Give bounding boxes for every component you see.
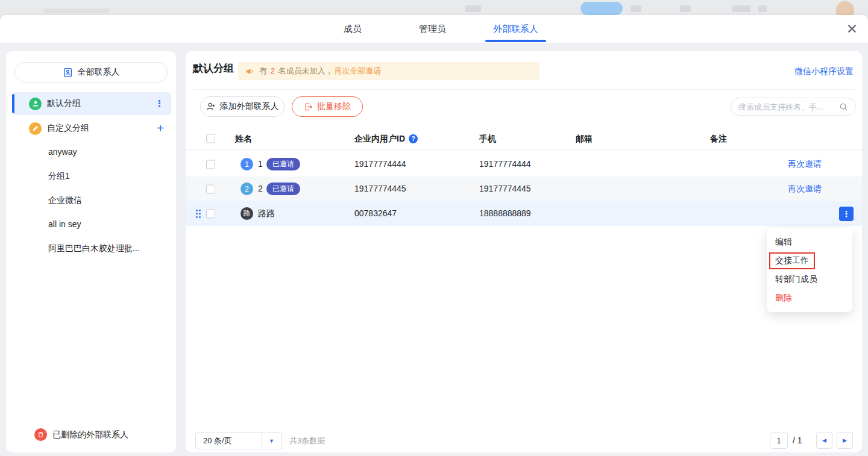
all-contacts-button[interactable]: 全部联系人 [14,62,168,83]
phone: 18888888889 [479,201,531,226]
page-title: 默认分组 [193,61,234,75]
reinvite-link[interactable]: 再次邀请 [788,176,822,201]
table-header: 姓名 企业内用户ID? 手机 邮箱 备注 [186,127,862,150]
deleted-contacts-label: 已删除的外部联系人 [52,429,128,440]
prev-arrow-icon: ◀ [822,437,826,443]
all-contacts-label: 全部联系人 [78,67,120,78]
background-ghost-text [43,8,110,13]
menu-item-handover[interactable]: 交接工作 [767,251,852,270]
column-header-name: 姓名 [235,127,252,150]
tab-external-contacts[interactable]: 外部联系人 [493,15,538,43]
table-row-selected: 路 路路 007832647 18888888889 ⋮ [186,201,862,226]
sidebar-subgroup-alibaba[interactable]: 阿里巴巴白木胶处理批... [48,242,140,254]
more-vertical-icon[interactable]: ⋮ [155,98,164,109]
avatar: 1 [241,158,253,170]
sidebar-subgroup-anyway[interactable]: anyway [48,146,77,158]
reinvite-link[interactable]: 再次邀请 [788,152,822,176]
contact-name: 路路 [258,201,275,226]
column-header-userid: 企业内用户ID? [354,127,418,150]
highlight-box: 交接工作 [769,252,815,269]
user-id: 007832647 [354,201,397,226]
selected-indicator [12,94,14,113]
total-count-label: 共3条数据 [289,432,325,449]
pencil-icon [29,122,42,135]
row-checkbox[interactable] [206,160,215,169]
person-add-icon [206,102,216,111]
search-input[interactable] [738,102,835,111]
background-ghost-icon [732,5,750,12]
help-icon[interactable]: ? [409,134,418,143]
user-id: 19177774445 [354,176,406,201]
search-icon[interactable] [839,102,848,111]
sidebar: 全部联系人 默认分组 ⋮ 自定义分组 + an [6,51,176,452]
next-page-button[interactable]: ▶ [837,432,853,449]
total-pages-label: / 1 [793,432,802,449]
sidebar-item-deleted-contacts[interactable]: 已删除的外部联系人 [34,428,128,441]
phone: 19177774445 [479,176,531,201]
contact-name: 2 [258,176,263,201]
page-number-input[interactable] [770,433,788,449]
modal-dialog: 成员 管理员 外部联系人 ✕ 全部联系人 默认分组 [0,15,868,456]
background-ghost-icon [631,5,641,12]
sidebar-item-default-group[interactable]: 默认分组 ⋮ [12,92,171,115]
add-group-icon[interactable]: + [157,122,164,134]
prev-page-button[interactable]: ◀ [816,432,832,449]
sidebar-subgroup-group1[interactable]: 分组1 [48,170,70,182]
menu-item-edit[interactable]: 编辑 [767,233,852,251]
main-panel: 默认分组 有 2 名成员未加入，再次全部邀请 微信小程序设置 添加外部联系人 [186,51,862,452]
select-all-checkbox[interactable] [206,134,215,143]
next-arrow-icon: ▶ [843,437,847,443]
banner-text: 有 2 名成员未加入，再次全部邀请 [259,66,381,77]
sidebar-item-label: 自定义分组 [47,123,89,134]
tab-members[interactable]: 成员 [344,15,362,43]
trash-icon [34,428,47,441]
sidebar-subgroup-allinsey[interactable]: all in sey [48,218,81,230]
background-user-avatar [836,1,854,15]
tab-admins[interactable]: 管理员 [419,15,446,43]
table-row: 1 1 已邀请 19177774444 19177774444 再次邀请 [186,152,862,176]
contact-name: 1 [258,152,263,176]
background-ghost-icon [465,5,481,12]
column-header-remark: 备注 [710,127,727,150]
drag-handle-icon[interactable] [195,209,201,219]
remove-export-icon [304,102,313,111]
caret-down-icon: ▼ [261,433,281,449]
menu-item-delete[interactable]: 删除 [767,289,852,307]
search-box [731,98,856,116]
column-header-phone: 手机 [479,127,496,150]
page-size-select[interactable]: 20 条/页 ▼ [195,432,282,449]
row-checkbox[interactable] [206,184,215,193]
reinvite-all-link[interactable]: 再次全部邀请 [334,66,381,75]
row-checkbox[interactable] [206,209,215,218]
background-ghost-icon [758,5,767,12]
column-header-email: 邮箱 [576,127,593,150]
group-person-icon [29,98,42,110]
speaker-icon [245,67,254,76]
tab-bar: 成员 管理员 外部联系人 ✕ [0,15,868,43]
menu-item-transfer-member[interactable]: 转部门成员 [767,270,852,289]
notice-banner: 有 2 名成员未加入，再次全部邀请 [238,62,539,80]
sidebar-item-label: 默认分组 [47,98,81,109]
background-ghost-icon [680,5,691,12]
row-actions-button[interactable]: ⋮ [839,207,854,221]
page: 成员 管理员 外部联系人 ✕ 全部联系人 默认分组 [0,0,868,456]
add-external-contact-button[interactable]: 添加外部联系人 [200,96,285,117]
user-id: 19177774444 [354,152,406,176]
background-blue-button [580,2,623,15]
sidebar-item-custom-group[interactable]: 自定义分组 + [12,117,171,140]
invited-badge: 已邀请 [266,183,300,195]
context-menu: 编辑 交接工作 转部门成员 删除 [767,228,852,312]
header-divider [193,89,855,90]
contacts-book-icon [63,67,73,78]
close-icon[interactable]: ✕ [846,19,858,39]
sidebar-subgroup-wechat[interactable]: 企业微信 [48,194,82,206]
background-app-bar [0,0,868,15]
modal-body: 全部联系人 默认分组 ⋮ 自定义分组 + an [0,43,868,456]
uninvited-count: 2 [271,66,275,75]
wechat-miniprogram-settings-link[interactable]: 微信小程序设置 [794,66,854,77]
invited-badge: 已邀请 [266,158,300,170]
table-row: 2 2 已邀请 19177774445 19177774445 再次邀请 [186,176,862,201]
batch-remove-button[interactable]: 批量移除 [292,96,363,117]
avatar: 路 [241,207,253,220]
avatar: 2 [241,183,253,195]
